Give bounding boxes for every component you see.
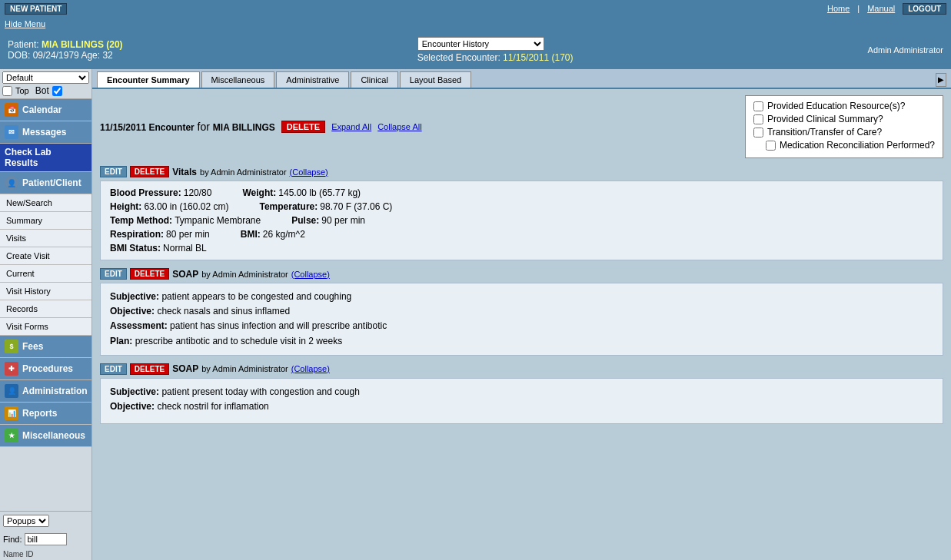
sidebar-item-fees[interactable]: $ Fees bbox=[0, 336, 91, 358]
sidebar-item-patient[interactable]: 👤 Patient/Client bbox=[0, 172, 91, 194]
messages-label: Messages bbox=[22, 127, 66, 138]
soap2-collapse-link[interactable]: (Collapse) bbox=[291, 364, 330, 373]
collapse-all-button[interactable]: Collapse All bbox=[377, 122, 421, 131]
tab-encounter-summary[interactable]: Encounter Summary bbox=[97, 71, 200, 88]
soap1-section: EDIT DELETE SOAP by Admin Administrator … bbox=[100, 268, 943, 356]
scroll-right-button[interactable]: ▶ bbox=[936, 73, 946, 87]
sidebar-item-records[interactable]: Records bbox=[0, 300, 91, 318]
procedures-label: Procedures bbox=[22, 363, 73, 374]
tab-administrative[interactable]: Administrative bbox=[276, 71, 349, 88]
reports-icon: 📊 bbox=[5, 406, 18, 420]
soap2-section: EDIT DELETE SOAP by Admin Administrator … bbox=[100, 363, 943, 424]
sidebar-item-summary[interactable]: Summary bbox=[0, 212, 91, 230]
miscellaneous-label: Miscellaneous bbox=[22, 430, 85, 441]
fees-icon: $ bbox=[5, 340, 18, 353]
misc-icon: ★ bbox=[5, 429, 18, 442]
soap2-title: SOAP bbox=[172, 363, 198, 374]
soap1-author: by Admin Administrator bbox=[201, 270, 288, 279]
sidebar-item-visit-history[interactable]: Visit History bbox=[0, 283, 91, 300]
encounter-history-select[interactable]: Encounter History bbox=[417, 37, 544, 51]
patient-dob: DOB: 09/24/1979 Age: 32 bbox=[8, 50, 123, 61]
vitals-collapse-link[interactable]: (Collapse) bbox=[290, 167, 328, 177]
encounter-title: 11/15/2011 Encounter for MIA BILLINGS bbox=[100, 121, 275, 133]
find-sublabel: Name ID bbox=[0, 548, 91, 560]
content-scroll[interactable]: 11/15/2011 Encounter for MIA BILLINGS DE… bbox=[92, 89, 951, 560]
home-link[interactable]: Home bbox=[827, 4, 850, 13]
sidebar-item-procedures[interactable]: ✚ Procedures bbox=[0, 358, 91, 380]
encounter-selector-area: Encounter History Selected Encounter: 11… bbox=[417, 37, 574, 63]
find-bar: Find: bbox=[0, 530, 91, 548]
expand-all-button[interactable]: Expand All bbox=[331, 122, 371, 131]
sidebar-item-create-visit[interactable]: Create Visit bbox=[0, 247, 91, 265]
sidebar-item-check-lab[interactable]: Check Lab Results bbox=[0, 144, 91, 172]
patient-label-sidebar: Patient/Client bbox=[22, 177, 81, 188]
soap2-edit-button[interactable]: EDIT bbox=[100, 363, 127, 375]
popups-select[interactable]: Popups bbox=[3, 515, 49, 527]
vitals-edit-button[interactable]: EDIT bbox=[100, 166, 127, 177]
tab-bar: Encounter Summary Miscellaneous Administ… bbox=[92, 69, 951, 89]
sidebar-item-visits[interactable]: Visits bbox=[0, 230, 91, 247]
clinical-summary-checkbox[interactable] bbox=[753, 114, 763, 124]
tab-clinical[interactable]: Clinical bbox=[351, 71, 397, 88]
messages-icon: ✉ bbox=[5, 125, 18, 139]
patient-icon: 👤 bbox=[5, 176, 18, 190]
soap2-header: EDIT DELETE SOAP by Admin Administrator … bbox=[100, 363, 943, 375]
find-label: Find: bbox=[3, 535, 22, 544]
soap2-content: Subjective: patient present today with c… bbox=[100, 378, 943, 424]
education-label: Provided Education Resource(s)? bbox=[767, 101, 905, 111]
top-label: Top bbox=[15, 86, 29, 95]
sidebar-item-messages[interactable]: ✉ Messages bbox=[0, 121, 91, 144]
selected-encounter: Selected Encounter: 11/15/2011 (170) bbox=[417, 52, 574, 63]
soap1-edit-button[interactable]: EDIT bbox=[100, 268, 127, 280]
soap1-title: SOAP bbox=[172, 269, 198, 280]
med-reconciliation-checkbox[interactable] bbox=[766, 141, 776, 151]
admin-info: Admin Administrator bbox=[868, 45, 943, 55]
education-checkbox[interactable] bbox=[753, 101, 763, 111]
popups-bar: Popups bbox=[0, 511, 91, 530]
encounter-header: 11/15/2011 Encounter for MIA BILLINGS DE… bbox=[100, 95, 943, 158]
reports-label: Reports bbox=[22, 408, 57, 419]
tab-miscellaneous[interactable]: Miscellaneous bbox=[201, 71, 275, 88]
sidebar-item-current[interactable]: Current bbox=[0, 265, 91, 283]
soap1-collapse-link[interactable]: (Collapse) bbox=[291, 270, 330, 279]
sidebar-item-miscellaneous[interactable]: ★ Miscellaneous bbox=[0, 425, 91, 447]
soap2-author: by Admin Administrator bbox=[201, 364, 288, 373]
sidebar-item-reports[interactable]: 📊 Reports bbox=[0, 403, 91, 425]
med-reconciliation-label: Medication Reconciliation Performed? bbox=[780, 140, 935, 151]
calendar-icon: 📅 bbox=[5, 103, 18, 117]
manual-link[interactable]: Manual bbox=[867, 4, 895, 13]
calendar-label: Calendar bbox=[22, 104, 62, 115]
clinical-summary-label: Provided Clinical Summary? bbox=[767, 114, 883, 124]
bot-checkbox[interactable] bbox=[52, 86, 62, 96]
patient-label: Patient: bbox=[8, 39, 42, 50]
vitals-section: EDIT DELETE Vitals by Admin Administrato… bbox=[100, 166, 943, 260]
vitals-title: Vitals bbox=[172, 167, 197, 177]
procedures-icon: ✚ bbox=[5, 362, 18, 376]
check-lab-label: Check Lab Results bbox=[5, 147, 52, 168]
vitals-header: EDIT DELETE Vitals by Admin Administrato… bbox=[100, 166, 943, 177]
logout-button[interactable]: LOGOUT bbox=[903, 3, 946, 15]
hide-menu-link[interactable]: Hide Menu bbox=[5, 19, 45, 28]
sidebar-item-calendar[interactable]: 📅 Calendar bbox=[0, 99, 91, 121]
transition-label: Transition/Transfer of Care? bbox=[767, 127, 882, 138]
soap1-delete-button[interactable]: DELETE bbox=[130, 268, 169, 280]
vitals-delete-button[interactable]: DELETE bbox=[130, 166, 169, 177]
encounter-delete-button[interactable]: DELETE bbox=[281, 121, 325, 133]
checkboxes-panel: Provided Education Resource(s)? Provided… bbox=[745, 95, 943, 158]
soap1-content: Subjective: patient appears to be conges… bbox=[100, 283, 943, 356]
top-checkbox[interactable] bbox=[2, 86, 12, 96]
patient-name: MIA BILLINGS (20) bbox=[42, 39, 123, 50]
soap2-delete-button[interactable]: DELETE bbox=[130, 363, 169, 375]
default-select[interactable]: Default bbox=[2, 71, 89, 84]
admin-icon: 👤 bbox=[5, 384, 18, 398]
find-input[interactable] bbox=[25, 533, 67, 545]
sidebar-item-administration[interactable]: 👤 Administration bbox=[0, 380, 91, 403]
soap1-header: EDIT DELETE SOAP by Admin Administrator … bbox=[100, 268, 943, 280]
new-patient-button[interactable]: NEW PATIENT bbox=[5, 3, 67, 15]
administration-label: Administration bbox=[22, 386, 88, 396]
sidebar-item-new-search[interactable]: New/Search bbox=[0, 194, 91, 212]
sidebar-item-visit-forms[interactable]: Visit Forms bbox=[0, 318, 91, 336]
vitals-content: Blood Pressure: 120/80 Weight: 145.00 lb… bbox=[100, 181, 943, 260]
transition-checkbox[interactable] bbox=[753, 128, 763, 138]
tab-layout-based[interactable]: Layout Based bbox=[400, 71, 471, 88]
